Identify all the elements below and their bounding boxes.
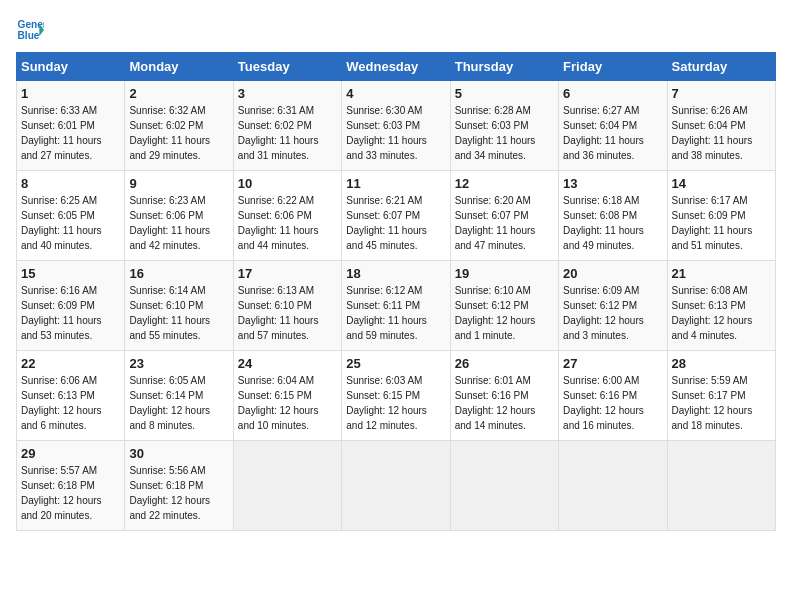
day-info: Sunrise: 6:28 AM Sunset: 6:03 PM Dayligh… <box>455 103 554 163</box>
calendar-cell: 28Sunrise: 5:59 AM Sunset: 6:17 PM Dayli… <box>667 351 775 441</box>
day-number: 29 <box>21 446 120 461</box>
day-number: 27 <box>563 356 662 371</box>
calendar-cell: 9Sunrise: 6:23 AM Sunset: 6:06 PM Daylig… <box>125 171 233 261</box>
calendar-cell: 11Sunrise: 6:21 AM Sunset: 6:07 PM Dayli… <box>342 171 450 261</box>
day-info: Sunrise: 6:01 AM Sunset: 6:16 PM Dayligh… <box>455 373 554 433</box>
day-number: 11 <box>346 176 445 191</box>
day-info: Sunrise: 6:31 AM Sunset: 6:02 PM Dayligh… <box>238 103 337 163</box>
day-number: 3 <box>238 86 337 101</box>
week-row-3: 15Sunrise: 6:16 AM Sunset: 6:09 PM Dayli… <box>17 261 776 351</box>
day-info: Sunrise: 6:23 AM Sunset: 6:06 PM Dayligh… <box>129 193 228 253</box>
day-info: Sunrise: 6:06 AM Sunset: 6:13 PM Dayligh… <box>21 373 120 433</box>
day-info: Sunrise: 6:27 AM Sunset: 6:04 PM Dayligh… <box>563 103 662 163</box>
day-number: 17 <box>238 266 337 281</box>
calendar-cell <box>233 441 341 531</box>
calendar-cell: 13Sunrise: 6:18 AM Sunset: 6:08 PM Dayli… <box>559 171 667 261</box>
day-info: Sunrise: 6:21 AM Sunset: 6:07 PM Dayligh… <box>346 193 445 253</box>
calendar-cell: 12Sunrise: 6:20 AM Sunset: 6:07 PM Dayli… <box>450 171 558 261</box>
day-of-week-monday: Monday <box>125 53 233 81</box>
calendar-cell: 16Sunrise: 6:14 AM Sunset: 6:10 PM Dayli… <box>125 261 233 351</box>
day-number: 7 <box>672 86 771 101</box>
calendar-cell: 19Sunrise: 6:10 AM Sunset: 6:12 PM Dayli… <box>450 261 558 351</box>
calendar-cell: 17Sunrise: 6:13 AM Sunset: 6:10 PM Dayli… <box>233 261 341 351</box>
calendar-cell: 4Sunrise: 6:30 AM Sunset: 6:03 PM Daylig… <box>342 81 450 171</box>
day-number: 26 <box>455 356 554 371</box>
calendar-cell: 5Sunrise: 6:28 AM Sunset: 6:03 PM Daylig… <box>450 81 558 171</box>
day-info: Sunrise: 5:57 AM Sunset: 6:18 PM Dayligh… <box>21 463 120 523</box>
calendar-cell: 27Sunrise: 6:00 AM Sunset: 6:16 PM Dayli… <box>559 351 667 441</box>
day-number: 20 <box>563 266 662 281</box>
logo: General Blue <box>16 16 48 44</box>
day-number: 9 <box>129 176 228 191</box>
day-number: 30 <box>129 446 228 461</box>
week-row-4: 22Sunrise: 6:06 AM Sunset: 6:13 PM Dayli… <box>17 351 776 441</box>
day-info: Sunrise: 6:26 AM Sunset: 6:04 PM Dayligh… <box>672 103 771 163</box>
day-info: Sunrise: 6:12 AM Sunset: 6:11 PM Dayligh… <box>346 283 445 343</box>
day-number: 5 <box>455 86 554 101</box>
day-info: Sunrise: 6:13 AM Sunset: 6:10 PM Dayligh… <box>238 283 337 343</box>
day-info: Sunrise: 6:16 AM Sunset: 6:09 PM Dayligh… <box>21 283 120 343</box>
day-number: 12 <box>455 176 554 191</box>
calendar-table: SundayMondayTuesdayWednesdayThursdayFrid… <box>16 52 776 531</box>
day-info: Sunrise: 6:18 AM Sunset: 6:08 PM Dayligh… <box>563 193 662 253</box>
calendar-cell: 7Sunrise: 6:26 AM Sunset: 6:04 PM Daylig… <box>667 81 775 171</box>
calendar-cell: 22Sunrise: 6:06 AM Sunset: 6:13 PM Dayli… <box>17 351 125 441</box>
day-number: 15 <box>21 266 120 281</box>
calendar-cell: 24Sunrise: 6:04 AM Sunset: 6:15 PM Dayli… <box>233 351 341 441</box>
week-row-1: 1Sunrise: 6:33 AM Sunset: 6:01 PM Daylig… <box>17 81 776 171</box>
calendar-cell: 14Sunrise: 6:17 AM Sunset: 6:09 PM Dayli… <box>667 171 775 261</box>
calendar-cell: 18Sunrise: 6:12 AM Sunset: 6:11 PM Dayli… <box>342 261 450 351</box>
day-info: Sunrise: 5:56 AM Sunset: 6:18 PM Dayligh… <box>129 463 228 523</box>
day-number: 18 <box>346 266 445 281</box>
calendar-cell: 30Sunrise: 5:56 AM Sunset: 6:18 PM Dayli… <box>125 441 233 531</box>
day-info: Sunrise: 6:10 AM Sunset: 6:12 PM Dayligh… <box>455 283 554 343</box>
day-of-week-saturday: Saturday <box>667 53 775 81</box>
calendar-cell <box>342 441 450 531</box>
day-info: Sunrise: 6:32 AM Sunset: 6:02 PM Dayligh… <box>129 103 228 163</box>
calendar-cell: 8Sunrise: 6:25 AM Sunset: 6:05 PM Daylig… <box>17 171 125 261</box>
day-number: 8 <box>21 176 120 191</box>
day-of-week-friday: Friday <box>559 53 667 81</box>
day-number: 2 <box>129 86 228 101</box>
svg-text:Blue: Blue <box>18 30 40 41</box>
week-row-5: 29Sunrise: 5:57 AM Sunset: 6:18 PM Dayli… <box>17 441 776 531</box>
day-number: 28 <box>672 356 771 371</box>
calendar-cell: 29Sunrise: 5:57 AM Sunset: 6:18 PM Dayli… <box>17 441 125 531</box>
day-number: 6 <box>563 86 662 101</box>
calendar-cell: 6Sunrise: 6:27 AM Sunset: 6:04 PM Daylig… <box>559 81 667 171</box>
day-info: Sunrise: 6:20 AM Sunset: 6:07 PM Dayligh… <box>455 193 554 253</box>
calendar-cell: 15Sunrise: 6:16 AM Sunset: 6:09 PM Dayli… <box>17 261 125 351</box>
page-header: General Blue <box>16 16 776 44</box>
day-info: Sunrise: 6:17 AM Sunset: 6:09 PM Dayligh… <box>672 193 771 253</box>
day-info: Sunrise: 6:33 AM Sunset: 6:01 PM Dayligh… <box>21 103 120 163</box>
day-number: 23 <box>129 356 228 371</box>
day-number: 14 <box>672 176 771 191</box>
day-number: 4 <box>346 86 445 101</box>
calendar-cell: 25Sunrise: 6:03 AM Sunset: 6:15 PM Dayli… <box>342 351 450 441</box>
calendar-cell: 20Sunrise: 6:09 AM Sunset: 6:12 PM Dayli… <box>559 261 667 351</box>
day-number: 19 <box>455 266 554 281</box>
day-number: 1 <box>21 86 120 101</box>
day-number: 10 <box>238 176 337 191</box>
day-info: Sunrise: 6:14 AM Sunset: 6:10 PM Dayligh… <box>129 283 228 343</box>
day-info: Sunrise: 6:22 AM Sunset: 6:06 PM Dayligh… <box>238 193 337 253</box>
calendar-cell: 10Sunrise: 6:22 AM Sunset: 6:06 PM Dayli… <box>233 171 341 261</box>
day-info: Sunrise: 6:08 AM Sunset: 6:13 PM Dayligh… <box>672 283 771 343</box>
day-info: Sunrise: 6:30 AM Sunset: 6:03 PM Dayligh… <box>346 103 445 163</box>
day-info: Sunrise: 6:04 AM Sunset: 6:15 PM Dayligh… <box>238 373 337 433</box>
day-number: 16 <box>129 266 228 281</box>
day-info: Sunrise: 6:25 AM Sunset: 6:05 PM Dayligh… <box>21 193 120 253</box>
day-info: Sunrise: 6:03 AM Sunset: 6:15 PM Dayligh… <box>346 373 445 433</box>
day-number: 22 <box>21 356 120 371</box>
calendar-cell: 1Sunrise: 6:33 AM Sunset: 6:01 PM Daylig… <box>17 81 125 171</box>
day-info: Sunrise: 6:00 AM Sunset: 6:16 PM Dayligh… <box>563 373 662 433</box>
calendar-cell <box>667 441 775 531</box>
week-row-2: 8Sunrise: 6:25 AM Sunset: 6:05 PM Daylig… <box>17 171 776 261</box>
calendar-cell: 26Sunrise: 6:01 AM Sunset: 6:16 PM Dayli… <box>450 351 558 441</box>
day-info: Sunrise: 6:05 AM Sunset: 6:14 PM Dayligh… <box>129 373 228 433</box>
day-info: Sunrise: 5:59 AM Sunset: 6:17 PM Dayligh… <box>672 373 771 433</box>
day-of-week-sunday: Sunday <box>17 53 125 81</box>
calendar-cell: 21Sunrise: 6:08 AM Sunset: 6:13 PM Dayli… <box>667 261 775 351</box>
calendar-cell: 3Sunrise: 6:31 AM Sunset: 6:02 PM Daylig… <box>233 81 341 171</box>
calendar-cell <box>559 441 667 531</box>
